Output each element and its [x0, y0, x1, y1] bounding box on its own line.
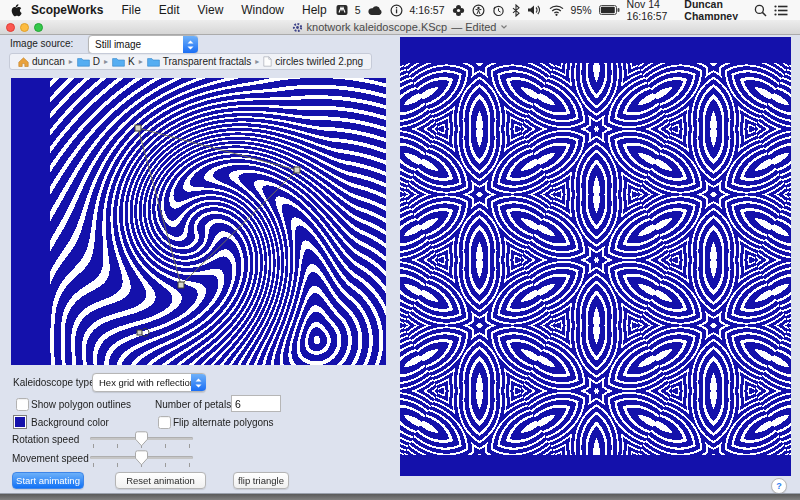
breadcrumb-item-transparent-fractals[interactable]: Transparent fractals	[147, 56, 252, 67]
breadcrumb-item-file[interactable]: circles twirled 2.png	[263, 56, 363, 67]
flip-triangle-button[interactable]: flip triangle	[233, 472, 289, 489]
folder-icon	[77, 57, 90, 67]
image-source-label: Image source:	[10, 38, 73, 49]
app-status-badge: 5	[355, 4, 361, 16]
triangle-vertex-handle[interactable]	[294, 167, 300, 173]
folder-icon	[147, 57, 160, 67]
cloud-status-icon[interactable]	[368, 3, 383, 17]
kaleidoscope-type-value: Hex grid with reflection	[93, 377, 191, 388]
rotation-marker[interactable]	[137, 328, 149, 336]
menu-clock-text[interactable]: Nov 14 16:16:57	[627, 0, 678, 22]
rotation-speed-label: Rotation speed	[12, 434, 79, 445]
movement-speed-slider[interactable]	[90, 450, 193, 468]
wifi-icon[interactable]	[549, 3, 564, 17]
flip-alternate-polygons-label: Flip alternate polygons	[173, 417, 274, 428]
popup-stepper-icon	[191, 374, 206, 391]
kaleidoscope-type-popup[interactable]: Hex grid with reflection	[92, 373, 206, 392]
battery-percent-text: 95%	[571, 4, 592, 16]
spotlight-search-icon[interactable]	[754, 3, 767, 17]
close-window-button[interactable]	[6, 23, 15, 32]
start-animating-button[interactable]: Start animating	[12, 472, 84, 489]
menu-item-edit[interactable]: Edit	[159, 3, 180, 17]
document-proxy-icon	[292, 20, 303, 34]
breadcrumb-separator: ▸	[255, 57, 259, 66]
breadcrumb-item-d[interactable]: D	[77, 56, 100, 67]
breadcrumb-item-k[interactable]: K	[112, 56, 135, 67]
menu-bar: ScopeWorks File Edit View Window Help 5 …	[0, 0, 800, 21]
app-status-icon[interactable]	[336, 3, 348, 17]
time-machine-icon[interactable]	[492, 3, 505, 17]
movement-speed-thumb[interactable]	[134, 450, 149, 466]
info-status-icon[interactable]	[390, 3, 403, 17]
minimize-window-button[interactable]	[20, 23, 29, 32]
background-color-label: Background color	[31, 417, 109, 428]
notification-center-icon[interactable]	[774, 3, 788, 17]
screen: ScopeWorks File Edit View Window Help 5 …	[0, 0, 800, 500]
show-polygon-outlines-checkbox[interactable]	[16, 398, 29, 411]
breadcrumb-separator: ▸	[69, 57, 73, 66]
folder-icon	[112, 57, 125, 67]
reset-animation-button[interactable]: Reset animation	[115, 472, 206, 489]
triangle-overlay	[11, 78, 386, 365]
zoom-window-button[interactable]	[34, 23, 43, 32]
title-chevron-down-icon[interactable]	[500, 24, 508, 30]
help-button[interactable]: ?	[771, 478, 787, 494]
gear-flower-icon[interactable]	[452, 3, 465, 17]
timer-status-text[interactable]: 4:16:57	[410, 4, 445, 16]
triangle-vertex-handle[interactable]	[178, 282, 184, 288]
image-source-value: Still image	[89, 39, 183, 50]
window-edited-suffix: — Edited	[451, 21, 496, 33]
show-polygon-outlines-label: Show polygon outlines	[31, 399, 131, 410]
flip-alternate-polygons-checkbox[interactable]	[158, 416, 171, 429]
breadcrumb-separator: ▸	[139, 57, 143, 66]
source-image-panel	[11, 78, 386, 365]
menu-item-window[interactable]: Window	[241, 3, 284, 17]
kaleidoscope-output-panel	[400, 37, 791, 476]
accessibility-status-icon[interactable]	[472, 3, 485, 17]
menu-app-name[interactable]: ScopeWorks	[31, 3, 103, 17]
number-of-petals-field[interactable]	[231, 395, 281, 412]
breadcrumb: duncan ▸ D ▸ K ▸ Transparent fractals ▸ …	[9, 53, 372, 70]
user-menu[interactable]: Duncan Champney	[684, 0, 747, 22]
image-source-popup[interactable]: Still image	[88, 35, 198, 54]
window-title-bar[interactable]: knotwork kaleidoscope.KScp — Edited	[0, 20, 800, 35]
window-title: knotwork kaleidoscope.KScp	[307, 21, 448, 33]
number-of-petals-label: Number of petals	[155, 399, 231, 410]
triangle-vertex-handle[interactable]	[135, 125, 141, 131]
background-color-well[interactable]	[13, 415, 27, 429]
home-icon	[18, 57, 29, 67]
apple-menu-icon[interactable]	[10, 3, 22, 17]
menu-item-help[interactable]: Help	[302, 3, 327, 17]
kaleidoscope-canvas	[400, 37, 791, 476]
breadcrumb-item-duncan[interactable]: duncan	[18, 56, 65, 67]
dock-edge-strip	[0, 493, 800, 500]
bluetooth-icon[interactable]	[512, 3, 520, 17]
movement-speed-label: Movement speed	[12, 453, 89, 464]
sample-triangle[interactable]	[138, 128, 297, 285]
rotation-speed-slider[interactable]	[90, 431, 193, 449]
breadcrumb-separator: ▸	[104, 57, 108, 66]
menu-item-view[interactable]: View	[198, 3, 224, 17]
volume-icon[interactable]	[527, 3, 542, 17]
popup-stepper-icon	[183, 36, 198, 53]
battery-icon[interactable]	[599, 3, 620, 17]
kaleidoscope-type-label: Kaleidoscope type	[13, 377, 95, 388]
file-icon	[263, 56, 272, 67]
menu-item-file[interactable]: File	[121, 3, 140, 17]
rotation-speed-thumb[interactable]	[134, 431, 149, 447]
